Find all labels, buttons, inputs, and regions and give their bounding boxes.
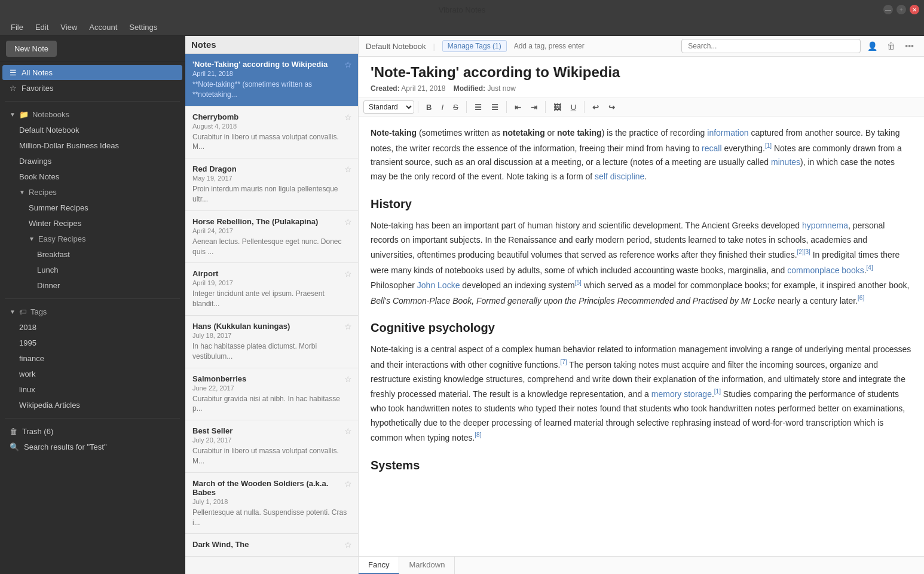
note-date-4: April 19, 2017	[192, 279, 351, 286]
note-date-2: May 19, 2017	[192, 175, 351, 182]
link-recall[interactable]: recall	[702, 143, 721, 152]
sidebar-item-default-notebook[interactable]: Default Notebook	[2, 123, 182, 138]
note-title-9: Dark Wind, The	[192, 540, 351, 549]
notebook-label[interactable]: Default Notebook	[366, 42, 426, 51]
menu-settings[interactable]: Settings	[123, 20, 163, 34]
note-title-2: Red Dragon	[192, 164, 351, 173]
sidebar-item-favorites[interactable]: ☆ Favorites	[2, 81, 182, 96]
link-commonplace-books[interactable]: commonplace books	[787, 265, 864, 275]
manage-tags-button[interactable]: Manage Tags (1)	[442, 40, 507, 52]
sidebar-item-winter-recipes[interactable]: Winter Recipes	[2, 216, 182, 231]
note-title-8: March of the Wooden Soldiers (a.k.a. Bab…	[192, 479, 351, 497]
tab-fancy[interactable]: Fancy	[359, 557, 399, 574]
new-note-button[interactable]: New Note	[6, 41, 57, 57]
app-title: Vibrato Notes	[439, 5, 486, 14]
link-hypomnema[interactable]: hypomnema	[802, 221, 848, 230]
insert-image-button[interactable]: 🖼	[549, 101, 565, 114]
sidebar-item-lunch[interactable]: Lunch	[2, 262, 182, 277]
all-notes-icon: ☰	[10, 68, 17, 77]
star-icon-0[interactable]: ☆	[344, 60, 352, 69]
indent-left-button[interactable]: ⇤	[510, 101, 525, 114]
favorites-icon: ☆	[10, 84, 17, 93]
notebooks-header[interactable]: ▼ 📁 Notebooks	[2, 107, 182, 122]
star-icon-4[interactable]: ☆	[344, 269, 352, 279]
maximize-button[interactable]: +	[897, 5, 906, 14]
editor-topbar: Default Notebook | Manage Tags (1) 👤 🗑 •…	[359, 36, 924, 57]
sidebar-item-summer-recipes[interactable]: Summer Recipes	[2, 200, 182, 215]
star-icon-2[interactable]: ☆	[344, 164, 352, 174]
star-icon-5[interactable]: ☆	[344, 322, 352, 331]
link-memory-storage[interactable]: memory storage	[651, 389, 712, 399]
sidebar-item-all-notes[interactable]: ☰ All Notes	[2, 65, 182, 80]
sidebar-item-recipes[interactable]: ▼ Recipes	[2, 185, 182, 200]
sidebar-item-book-notes[interactable]: Book Notes	[2, 169, 182, 184]
note-item-7[interactable]: Best Seller July 20, 2017 Curabitur in l…	[185, 420, 358, 473]
star-icon-6[interactable]: ☆	[344, 374, 352, 384]
delete-note-button[interactable]: 🗑	[884, 39, 898, 53]
menu-edit[interactable]: Edit	[29, 20, 54, 34]
note-item-3[interactable]: Horse Rebellion, The (Pulakapina) April …	[185, 211, 358, 264]
note-title-1: Cherrybomb	[192, 112, 351, 121]
link-minutes[interactable]: minutes	[771, 157, 800, 167]
star-icon-1[interactable]: ☆	[344, 112, 352, 122]
note-item-9[interactable]: Dark Wind, The ☆	[185, 534, 358, 557]
strikethrough-button[interactable]: S	[449, 101, 463, 114]
global-search-input[interactable]	[681, 39, 861, 53]
note-item-1[interactable]: Cherrybomb August 4, 2018 Curabitur in l…	[185, 106, 358, 159]
tag-input[interactable]	[514, 42, 675, 50]
menu-view[interactable]: View	[54, 20, 83, 34]
sidebar-tag-linux[interactable]: linux	[2, 382, 182, 397]
undo-button[interactable]: ↩	[588, 101, 603, 114]
sidebar-tag-1995[interactable]: 1995	[2, 335, 182, 350]
minimize-button[interactable]: —	[883, 5, 893, 14]
format-select[interactable]: Standard Heading 1 Heading 2	[363, 100, 414, 114]
note-item-0[interactable]: 'Note-Taking' according to Wikipedia Apr…	[185, 54, 358, 106]
link-information[interactable]: information	[707, 128, 748, 138]
toolbar-sep-3	[506, 101, 507, 113]
sidebar-tag-2018[interactable]: 2018	[2, 320, 182, 335]
indent-right-button[interactable]: ⇥	[527, 101, 541, 114]
italic-button[interactable]: I	[437, 101, 448, 114]
sidebar-item-breakfast[interactable]: Breakfast	[2, 247, 182, 262]
sidebar-item-dinner[interactable]: Dinner	[2, 278, 182, 293]
link-self-discipline[interactable]: self discipline	[595, 172, 644, 181]
notebooks-chevron: ▼	[10, 111, 16, 118]
note-item-8[interactable]: March of the Wooden Soldiers (a.k.a. Bab…	[185, 473, 358, 535]
editor-content[interactable]: Note-taking (sometimes written as noteta…	[359, 117, 924, 556]
sidebar-item-search-results[interactable]: 🔍 Search results for "Test"	[2, 439, 182, 454]
menu-file[interactable]: File	[5, 20, 29, 34]
menu-account[interactable]: Account	[83, 20, 123, 34]
more-options-button[interactable]: •••	[902, 39, 917, 53]
sidebar-section-main: ☰ All Notes ☆ Favorites	[0, 62, 185, 99]
sidebar-tag-wikipedia-articles[interactable]: Wikipedia Articles	[2, 398, 182, 413]
star-icon-3[interactable]: ☆	[344, 217, 352, 227]
star-icon-7[interactable]: ☆	[344, 426, 352, 436]
close-button[interactable]: ✕	[910, 5, 919, 14]
note-item-6[interactable]: Salmonberries June 22, 2017 Curabitur gr…	[185, 368, 358, 421]
star-icon-9[interactable]: ☆	[344, 540, 352, 549]
note-item-5[interactable]: Hans (Kukkulan kuningas) July 18, 2017 I…	[185, 316, 358, 368]
star-icon-8[interactable]: ☆	[344, 479, 352, 488]
note-item-4[interactable]: Airport April 19, 2017 Integer tincidunt…	[185, 263, 358, 316]
unordered-list-button[interactable]: ☰	[470, 101, 486, 114]
bold-button[interactable]: B	[422, 101, 436, 114]
redo-button[interactable]: ↪	[604, 101, 619, 114]
ordered-list-button[interactable]: ☰	[487, 101, 503, 114]
sidebar-tag-work[interactable]: work	[2, 367, 182, 381]
notes-scroll-area: 'Note-Taking' according to Wikipedia Apr…	[185, 54, 358, 574]
sidebar-tag-finance[interactable]: finance	[2, 351, 182, 366]
underline-button[interactable]: U	[567, 101, 580, 114]
notes-list-header-row: Notes	[185, 36, 358, 54]
tab-markdown[interactable]: Markdown	[399, 557, 455, 574]
sidebar-item-drawings[interactable]: Drawings	[2, 154, 182, 169]
note-title-0: 'Note-Taking' according to Wikipedia	[192, 60, 351, 69]
sidebar-item-easy-recipes[interactable]: ▼ Easy Recipes	[2, 231, 182, 246]
note-item-2[interactable]: Red Dragon May 19, 2017 Proin interdum m…	[185, 158, 358, 211]
topbar-actions: 👤 🗑 •••	[681, 39, 917, 53]
sidebar-item-million-dollar[interactable]: Million-Dollar Business Ideas	[2, 138, 182, 153]
wikipedia-articles-label: Wikipedia Articles	[19, 401, 175, 410]
link-john-locke[interactable]: John Locke	[417, 280, 460, 290]
tags-header[interactable]: ▼ 🏷 Tags	[2, 304, 182, 319]
sidebar-item-trash[interactable]: 🗑 Trash (6)	[2, 424, 182, 439]
user-profile-button[interactable]: 👤	[864, 39, 880, 53]
